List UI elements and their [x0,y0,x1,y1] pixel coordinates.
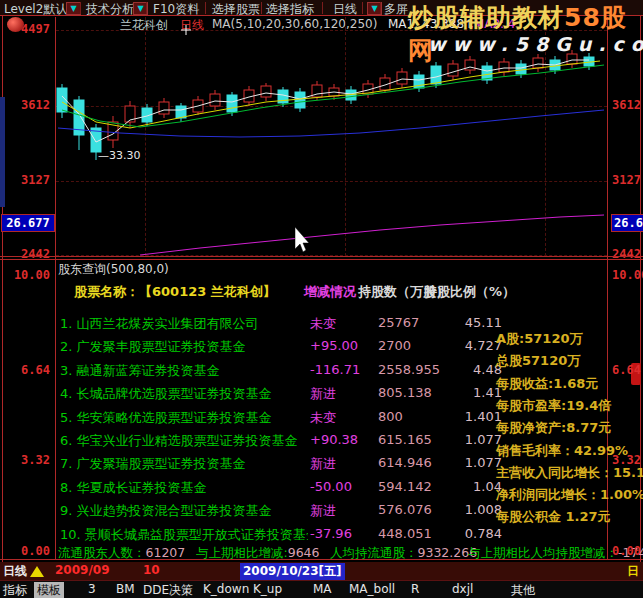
shareholder-name: 2. 广发聚丰股票型证券投资基金 [60,338,246,356]
candle-body [108,122,118,140]
shareholder-name: 3. 融通新蓝筹证券投资基金 [60,362,220,380]
shareholder-change: -50.00 [310,479,352,494]
tab-ma_boll[interactable]: MA_boll [349,582,395,596]
tab-k_up[interactable]: K_up [253,582,282,596]
shareholder-change: -116.71 [310,362,360,377]
candle-body [380,78,390,90]
shareholder-change: 新进 [310,385,336,403]
panel-scale-label-right: 6.64 [612,363,642,377]
ma-line-ma10 [62,61,600,128]
shareholder-shares: 615.165 [378,432,432,447]
tab-其他[interactable]: 其他 [511,582,535,598]
shareholder-ratio: 1.04 [430,479,502,494]
shareholder-shares: 800 [378,409,403,424]
shareholder-name: 9. 兴业趋势投资混合型证券投资基金 [60,502,272,520]
tab-k_down[interactable]: K_down [203,582,249,596]
y-axis-label-right: 3127 [612,173,643,187]
status-month-label: 2009/09 [55,563,109,577]
footer-stat: 人均持流通股：9332.266 [330,545,477,562]
column-header-ratio: 持股比例（%） [424,283,515,301]
stock-name: 兰花科创 [120,17,168,34]
shareholder-change: 未变 [310,409,336,427]
financial-info-line: 每股市盈率:19.4倍 [496,397,611,415]
tab-dxjl[interactable]: dxjl [452,582,473,596]
candle-body [414,75,424,88]
shareholder-change: 新进 [310,502,336,520]
menu-separator [362,2,363,14]
shareholder-shares: 448.051 [378,526,432,541]
candle-body [363,84,373,94]
panel-scale-label-left: 3.32 [4,453,50,467]
app-window: Level2默认技术分析F10资料选择股票选择指标日线多屏▼▼▼ 炒股辅助教材5… [0,0,643,598]
panel-divider-2 [0,259,643,260]
tab-3[interactable]: 3 [88,582,96,596]
candle-body [329,88,339,96]
shareholder-ratio: 1.077 [430,432,502,447]
low-price-marker: —33.30 [98,149,141,162]
financial-info-line: 每股收益:1.68元 [496,375,598,393]
panel-stock-label: 股票名称：【600123 兰花科创】 [74,283,276,301]
shareholder-change: +90.38 [310,432,358,447]
panel-scale-label-right: 10.00 [612,268,642,282]
shareholder-name: 8. 华夏成长证券投资基金 [60,479,207,497]
shareholder-shares: 576.076 [378,502,432,517]
panel-scale-label-right: 3.32 [612,453,642,467]
financial-info-line: 销售毛利率：42.99% [496,442,628,460]
tab-模板[interactable]: 模板 [34,582,64,598]
dropdown-caret-icon[interactable]: ▼ [66,2,81,15]
status-date-highlight: 2009/10/23[五] [240,563,345,580]
shareholder-name: 4. 长城品牌优选股票型证券投资基金 [60,385,272,403]
watermark-url: www.58Gu.com [428,33,643,55]
tab-指标[interactable]: 指标 [3,582,27,598]
menu-separator [205,2,206,14]
candle-body [346,90,356,100]
panel-title: 股东查询(500,80,0) [58,261,169,278]
shareholder-ratio: 1.401 [430,409,502,424]
y-axis-label-left: 4497 [2,22,50,36]
panel-scale-label-left: 10.00 [4,268,50,282]
shareholder-shares: 25767 [378,315,419,330]
financial-info-line: 每股公积金 1.27元 [496,508,611,526]
panel-scale-label-left: 0.00 [4,544,50,558]
left-scrollbar[interactable] [0,97,5,207]
financial-info-line: 净利润同比增长：1.00% [496,486,643,504]
candle-body [278,90,288,103]
shareholder-ratio: 1.41 [430,385,502,400]
shareholder-ratio: 45.11 [430,315,502,330]
candle-body [431,66,441,84]
grid-line-horizontal [56,181,607,182]
candle-body [176,106,186,118]
shareholder-change: +95.00 [310,338,358,353]
mouse-cursor-icon [295,227,309,252]
grid-line-horizontal [56,106,607,107]
tab-dde决策[interactable]: DDE决策 [143,582,193,598]
period-label: 日线 [180,17,204,34]
menu-separator [146,2,147,14]
footer-stat-label: 人均持流通股： [330,545,418,560]
indicator-tab-bar: 指标模板3BMDDE决策K_downK_upMAMA_bollRdxjl其他 [0,580,643,598]
status-month-label: 10 [143,563,160,577]
candle-body [142,108,152,122]
footer-stat-label: 与上期相比人均持股增减： [468,545,618,560]
grid-line-vertical [145,17,146,256]
candle-body [482,66,492,80]
candle-body [261,86,271,97]
financial-info-line: 总股57120万 [496,352,580,370]
status-period-left: 日线 [3,563,27,580]
up-triangle-icon [30,566,44,577]
footer-stat-value: 61207 [146,545,186,560]
panel-scale-label-right: 0.00 [612,544,642,558]
footer-stat: 与上期相比增减:9646 [196,545,320,562]
panel-scale-label-left: 6.64 [4,363,50,377]
grid-line-vertical [345,17,346,256]
ma-settings-label: MA(5,10,20,30,60,120,250) [212,17,377,31]
tab-r[interactable]: R [411,582,419,596]
menu-separator [261,2,262,14]
current-price-box-left: 26.677 [1,214,55,232]
shareholder-shares: 805.138 [378,385,432,400]
tab-bm[interactable]: BM [116,582,135,596]
axis-line-left [55,17,56,559]
shareholder-ratio: 4.48 [430,362,502,377]
shareholder-change: -37.96 [310,526,352,541]
tab-ma[interactable]: MA [313,582,332,596]
